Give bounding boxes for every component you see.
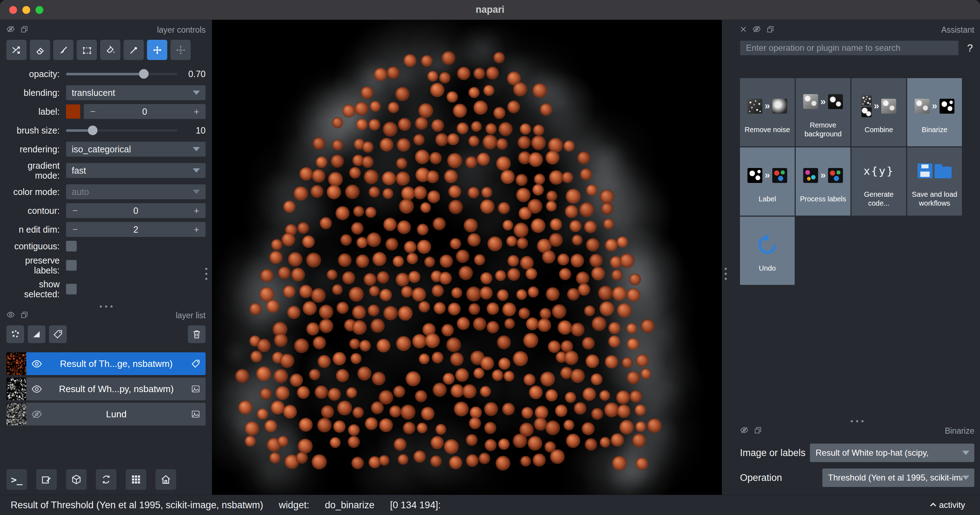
assistant-card-remove-noise[interactable]: » Remove noise [740, 78, 795, 146]
paint-button[interactable] [53, 40, 73, 60]
labels-tools-row [6, 40, 205, 60]
label-spinbox[interactable]: − 0 + [84, 104, 205, 119]
new-points-layer-button[interactable] [6, 325, 24, 343]
rendering-dropdown[interactable]: iso_categorical [66, 142, 205, 156]
console-button[interactable]: >_ [6, 469, 27, 490]
status-widget-value: do_binarize [325, 500, 375, 511]
delete-layer-button[interactable] [188, 325, 205, 343]
color-picker-button[interactable] [124, 40, 144, 60]
roll-dimensions-button[interactable] [66, 469, 87, 490]
image-or-labels-dropdown[interactable]: Result of White top-hat (scipy, [810, 443, 974, 462]
image-or-labels-label: Image or labels [740, 448, 806, 459]
binarize-section-header: Binarize [740, 424, 974, 437]
status-coordinates: [0 134 194]: [390, 500, 441, 511]
generate-code-icon: x{y} [864, 155, 894, 187]
panel-splitter-handle[interactable] [725, 268, 727, 280]
decrement-button[interactable]: − [66, 224, 84, 235]
layer-visibility-toggle[interactable] [26, 359, 47, 369]
hide-panel-icon[interactable] [6, 25, 15, 35]
layer-item-lund[interactable]: Lund [6, 403, 205, 426]
activity-button[interactable]: activity [929, 500, 965, 510]
save-load-icon [918, 155, 951, 187]
assistant-header: Assistant [740, 24, 974, 36]
hide-panel-icon[interactable] [740, 426, 748, 436]
search-input[interactable] [740, 40, 959, 56]
minimize-window-button[interactable] [22, 6, 30, 14]
erase-button[interactable] [30, 40, 50, 60]
assistant-card-binarize[interactable]: » Binarize [907, 78, 962, 146]
chevron-down-icon [962, 475, 969, 480]
layer-item-whitetophat[interactable]: Result of Wh...py, nsbatwm) [6, 378, 205, 400]
viewport-canvas[interactable] [212, 20, 722, 495]
layer-visibility-toggle[interactable] [26, 384, 47, 395]
show-selected-checkbox[interactable] [66, 284, 77, 295]
polygon-button[interactable] [77, 40, 97, 60]
brush-size-value: 10 [182, 125, 205, 136]
main-area: layer controls [0, 20, 980, 495]
assistant-card-save-load-workflows[interactable]: Save and load workflows [907, 147, 962, 215]
float-panel-icon[interactable] [21, 26, 28, 35]
hide-panel-icon[interactable] [6, 311, 15, 320]
status-bar: Result of Threshold (Yen et al 1995, sci… [0, 495, 980, 515]
layer-controls-header: layer controls [6, 24, 205, 36]
grid-view-button[interactable] [126, 469, 146, 490]
float-panel-icon[interactable] [754, 427, 762, 435]
close-window-button[interactable] [9, 6, 17, 14]
hide-panel-icon[interactable] [752, 25, 761, 35]
shuffle-colors-button[interactable] [6, 40, 27, 60]
combine-icon: » [861, 91, 896, 122]
assistant-card-remove-background[interactable]: » Remove background [796, 78, 850, 146]
fill-button[interactable] [100, 40, 120, 60]
label-icon: » [748, 160, 787, 191]
binarize-section-title: Binarize [945, 426, 974, 436]
layer-item-threshold[interactable]: Result of Th...ge, nsbatwm) [6, 352, 205, 375]
increment-button[interactable]: + [188, 224, 205, 235]
float-panel-icon[interactable] [21, 311, 28, 320]
contour-value: 0 [84, 206, 188, 216]
new-shapes-layer-button[interactable] [28, 325, 45, 343]
color-mode-dropdown[interactable]: auto [66, 184, 205, 199]
opacity-slider[interactable] [66, 73, 177, 75]
contour-spinbox[interactable]: − 0 + [66, 203, 205, 218]
process-labels-icon: » [803, 160, 843, 191]
close-panel-icon[interactable] [740, 26, 747, 34]
n-edit-dim-spinbox[interactable]: − 2 + [66, 222, 205, 237]
decrement-button[interactable]: − [84, 106, 102, 117]
layer-visibility-toggle[interactable] [26, 409, 47, 420]
pan-zoom-button[interactable] [147, 40, 167, 60]
assistant-card-undo[interactable]: Undo [740, 217, 795, 285]
assistant-panel: Assistant ? » Remove noise » Remove [732, 20, 980, 495]
transform-arrow-icon: » [932, 100, 937, 112]
label-color-swatch[interactable] [66, 104, 80, 119]
ndisplay-toggle-button[interactable] [36, 469, 57, 490]
dock-resize-handle[interactable] [740, 420, 974, 422]
undo-icon [756, 229, 779, 260]
viewport [212, 20, 722, 495]
brush-size-slider[interactable] [66, 129, 177, 132]
transpose-dimensions-button[interactable] [96, 469, 116, 490]
contiguous-checkbox[interactable] [66, 241, 77, 252]
assistant-card-label[interactable]: » Label [740, 147, 795, 215]
assistant-card-generate-code[interactable]: x{y} Generate code... [851, 147, 906, 215]
transform-arrow-icon: » [820, 96, 826, 107]
float-panel-icon[interactable] [767, 26, 774, 35]
color-mode-label: color mode: [6, 187, 60, 197]
blending-dropdown[interactable]: translucent [66, 85, 205, 100]
chevron-down-icon [193, 190, 200, 194]
assistant-card-process-labels[interactable]: » Process labels [796, 147, 850, 215]
home-reset-view-button[interactable] [156, 469, 176, 490]
assistant-card-combine[interactable]: » Combine [851, 78, 906, 146]
panel-splitter-handle[interactable] [205, 268, 207, 280]
help-button[interactable]: ? [966, 42, 974, 54]
increment-button[interactable]: + [188, 106, 205, 117]
new-labels-layer-button[interactable] [49, 325, 67, 343]
transform-button[interactable] [170, 40, 191, 60]
gradient-mode-dropdown[interactable]: fast [66, 163, 205, 178]
operation-dropdown[interactable]: Threshold (Yen et al 1995, scikit-ima [822, 469, 974, 487]
layer-list-header: layer list [6, 309, 205, 322]
increment-button[interactable]: + [188, 205, 205, 216]
zoom-window-button[interactable] [35, 6, 43, 14]
decrement-button[interactable]: − [66, 205, 84, 216]
preserve-labels-checkbox[interactable] [66, 260, 77, 271]
dock-resize-handle[interactable] [6, 305, 205, 308]
